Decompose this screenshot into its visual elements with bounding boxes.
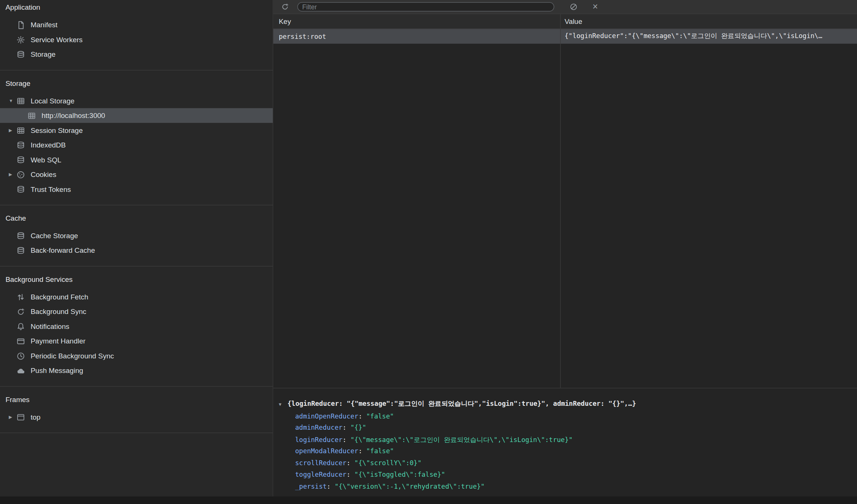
cookie-icon xyxy=(16,170,26,179)
sidebar-item-push-messaging[interactable]: Push Messaging xyxy=(0,363,273,378)
sidebar-item-localhost-3000[interactable]: http://localhost:3000 xyxy=(0,108,273,123)
sidebar-item-label: Back-forward Cache xyxy=(31,246,95,255)
preview-entry[interactable]: scrollReducer: "{\"scrollY\":0}" xyxy=(279,457,857,469)
section-title: Frames xyxy=(6,395,30,404)
sidebar-item-manifest[interactable]: Manifest xyxy=(0,18,273,32)
sidebar-item-trust-tokens[interactable]: Trust Tokens xyxy=(0,182,273,197)
preview-entry[interactable]: openModalReducer: "false" xyxy=(279,446,857,457)
sidebar-item-payment-handler[interactable]: Payment Handler xyxy=(0,334,273,349)
property-key: adminReducer xyxy=(295,424,343,431)
refresh-icon xyxy=(281,3,289,11)
storage-toolbar: × xyxy=(273,0,857,14)
sidebar-item-label: Trust Tokens xyxy=(31,185,71,193)
property-value: "{\"message\":\"로그인이 완료되었습니다\",\"isLogin… xyxy=(350,436,573,443)
chevron-right-icon[interactable]: ▶ xyxy=(9,128,16,133)
sidebar-item-indexeddb[interactable]: IndexedDB xyxy=(0,138,273,153)
sidebar-item-back-forward-cache[interactable]: Back-forward Cache xyxy=(0,243,273,258)
property-key: loginReducer xyxy=(295,436,343,443)
sidebar-item-top-frame[interactable]: ▶ top xyxy=(0,410,273,424)
section-title: Storage xyxy=(6,79,31,87)
sidebar-item-periodic-background-sync[interactable]: Periodic Background Sync xyxy=(0,348,273,363)
delete-selected-button[interactable]: × xyxy=(588,0,602,14)
section-title: Cache xyxy=(6,214,26,222)
table-icon xyxy=(16,126,26,134)
property-key: openModalReducer xyxy=(295,447,358,455)
grid-header-row: Key Value xyxy=(273,14,857,29)
property-key: _persist xyxy=(295,483,327,490)
preview-entry[interactable]: adminOpenReducer: "false" xyxy=(279,410,857,422)
property-value: "false" xyxy=(366,447,394,455)
database-icon xyxy=(16,141,26,149)
sidebar-item-label: Payment Handler xyxy=(31,337,86,345)
section-header-storage: Storage xyxy=(0,76,273,91)
value-column-header[interactable]: Value xyxy=(560,17,857,25)
preview-entry[interactable]: _persist: "{\"version\":-1,\"rehydrated\… xyxy=(279,481,857,492)
property-key: scrollReducer xyxy=(295,459,346,467)
storage-row-persist-root[interactable]: persist:root {"loginReducer":"{\"message… xyxy=(273,29,857,44)
key-column-header[interactable]: Key xyxy=(273,17,560,25)
database-icon xyxy=(16,185,26,193)
sidebar-item-cookies[interactable]: ▶ Cookies xyxy=(0,167,273,182)
section-frames: Frames ▶ top xyxy=(0,387,273,433)
sidebar-item-web-sql[interactable]: Web SQL xyxy=(0,152,273,167)
application-sidebar: Application Manifest Service Workers Sto… xyxy=(0,0,273,497)
preview-object-summary[interactable]: ▼{loginReducer: "{"message":"로그인이 완료되었습니… xyxy=(279,398,857,411)
section-storage: Storage ▼ Local Storage http://localhost… xyxy=(0,71,273,205)
sidebar-item-label: Background Fetch xyxy=(31,293,88,301)
sidebar-item-label: Service Workers xyxy=(31,35,83,44)
preview-entry[interactable]: loginReducer: "{\"message\":\"로그인이 완료되었습… xyxy=(279,434,857,445)
section-cache: Cache Cache Storage Back-forward Cache xyxy=(0,205,273,267)
value-cell[interactable]: {"loginReducer":"{\"message\":\"로그인이 완료되… xyxy=(560,32,857,41)
devtools-application-panel: Application Manifest Service Workers Sto… xyxy=(0,0,857,504)
section-header-application: Application xyxy=(0,0,273,15)
chevron-right-icon[interactable]: ▶ xyxy=(9,172,16,177)
chevron-right-icon[interactable]: ▶ xyxy=(9,415,16,419)
sidebar-item-cache-storage[interactable]: Cache Storage xyxy=(0,228,273,243)
refresh-button[interactable] xyxy=(278,0,292,14)
property-value: "{\"scrollY\":0}" xyxy=(355,459,422,467)
preview-entry[interactable]: adminReducer: "{}" xyxy=(279,422,857,434)
property-key: toggleReducer xyxy=(295,471,346,478)
chevron-down-icon[interactable]: ▼ xyxy=(9,99,16,103)
chevron-down-icon[interactable]: ▼ xyxy=(279,399,285,410)
sidebar-item-label: Notifications xyxy=(31,322,69,330)
property-key: adminOpenReducer xyxy=(295,412,358,420)
sidebar-item-service-workers[interactable]: Service Workers xyxy=(0,32,273,47)
property-value: "{\"version\":-1,\"rehydrated\":true}" xyxy=(335,483,485,490)
ban-icon xyxy=(569,3,578,11)
sidebar-item-label: Push Messaging xyxy=(31,367,83,375)
sidebar-item-label: Storage xyxy=(31,50,56,59)
database-icon xyxy=(16,155,26,164)
object-summary-text: {loginReducer: "{"message":"로그인이 완료되었습니다… xyxy=(288,400,636,407)
sidebar-item-label: Manifest xyxy=(31,21,58,29)
sync-icon xyxy=(16,307,26,316)
sidebar-item-notifications[interactable]: Notifications xyxy=(0,319,273,334)
section-header-background-services: Background Services xyxy=(0,272,273,287)
section-header-frames: Frames xyxy=(0,392,273,407)
preview-entry[interactable]: toggleReducer: "{\"isToggled\":false}" xyxy=(279,469,857,481)
cloud-icon xyxy=(16,366,26,375)
section-background-services: Background Services Background Fetch Bac… xyxy=(0,267,273,387)
sidebar-item-local-storage[interactable]: ▼ Local Storage xyxy=(0,93,273,108)
grid-empty-area xyxy=(273,44,857,388)
database-icon xyxy=(16,50,26,59)
clear-all-button[interactable] xyxy=(566,0,581,14)
file-icon xyxy=(16,21,26,29)
sidebar-item-session-storage[interactable]: ▶ Session Storage xyxy=(0,123,273,138)
sidebar-item-background-fetch[interactable]: Background Fetch xyxy=(0,289,273,304)
sidebar-item-background-sync[interactable]: Background Sync xyxy=(0,304,273,319)
sidebar-item-storage[interactable]: Storage xyxy=(0,47,273,62)
column-divider[interactable] xyxy=(560,14,561,388)
key-cell[interactable]: persist:root xyxy=(273,32,560,40)
sidebar-item-label: Cookies xyxy=(31,170,56,178)
property-value: "{\"isToggled\":false}" xyxy=(355,471,445,478)
sidebar-item-label: IndexedDB xyxy=(31,141,66,149)
clock-icon xyxy=(16,351,26,360)
sidebar-item-label: Session Storage xyxy=(31,126,83,134)
fetch-arrows-icon xyxy=(16,292,26,301)
card-icon xyxy=(16,337,26,345)
filter-input[interactable] xyxy=(302,3,549,10)
section-header-cache: Cache xyxy=(0,211,273,226)
sidebar-item-label: Background Sync xyxy=(31,308,86,316)
sidebar-item-label: Cache Storage xyxy=(31,231,78,240)
